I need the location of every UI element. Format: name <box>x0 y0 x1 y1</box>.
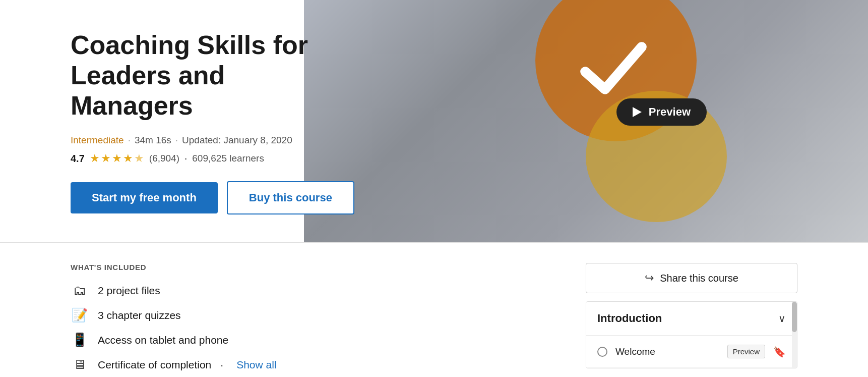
action-buttons: Start my free month Buy this course <box>71 181 343 214</box>
contents-item-title: Welcome <box>615 346 719 357</box>
hero-content: Coaching Skills for Leaders and Managers… <box>0 0 343 214</box>
bookmark-icon[interactable]: 🔖 <box>773 346 786 358</box>
contents-item-welcome: Welcome Preview 🔖 <box>586 336 797 368</box>
show-all-link[interactable]: Show all <box>236 359 276 371</box>
included-item-quizzes: 📝 3 chapter quizzes <box>71 307 555 323</box>
buy-course-button[interactable]: Buy this course <box>227 181 354 214</box>
star-half: ★ <box>134 152 144 165</box>
folder-icon: 🗂 <box>71 283 89 298</box>
whats-included-label: WHAT'S INCLUDED <box>71 263 555 272</box>
scrollbar-track <box>792 302 797 368</box>
start-free-month-button[interactable]: Start my free month <box>71 182 218 213</box>
share-course-button[interactable]: ↪ Share this course <box>586 263 797 293</box>
included-tablet-text: Access on tablet and phone <box>98 334 228 346</box>
chevron-down-icon: ∨ <box>778 312 786 325</box>
included-item-tablet: 📱 Access on tablet and phone <box>71 332 555 348</box>
star-4: ★ <box>123 152 133 165</box>
included-projects-text: 2 project files <box>98 285 160 297</box>
star-3: ★ <box>112 152 122 165</box>
play-icon <box>633 107 642 117</box>
scrollbar-thumb[interactable] <box>792 302 797 332</box>
star-rating: ★ ★ ★ ★ ★ <box>90 152 144 165</box>
course-updated: Updated: January 8, 2020 <box>182 135 292 146</box>
contents-title: Introduction <box>597 312 662 325</box>
contents-preview-label[interactable]: Preview <box>727 345 765 358</box>
course-duration: 34m 16s <box>135 135 171 146</box>
rating-count: (6,904) <box>149 153 179 164</box>
share-icon: ↪ <box>645 272 654 285</box>
radio-circle-icon <box>597 347 607 357</box>
whats-included-section: WHAT'S INCLUDED 🗂 2 project files 📝 3 ch… <box>71 263 555 377</box>
rating-row: 4.7 ★ ★ ★ ★ ★ (6,904) · 609,625 learners <box>71 152 343 165</box>
preview-label: Preview <box>649 105 691 119</box>
included-certificate-text: Certificate of completion <box>98 359 211 371</box>
included-item-certificate: 🖥 Certificate of completion · Show all <box>71 357 555 372</box>
contents-panel: Introduction ∨ Welcome Preview 🔖 <box>586 301 797 368</box>
learners-count: 609,625 learners <box>192 153 264 164</box>
star-2: ★ <box>101 152 111 165</box>
contents-header[interactable]: Introduction ∨ <box>586 302 797 336</box>
course-meta: Intermediate · 34m 16s · Updated: Januar… <box>71 135 343 146</box>
bottom-section: WHAT'S INCLUDED 🗂 2 project files 📝 3 ch… <box>0 242 868 377</box>
tablet-icon: 📱 <box>71 332 89 348</box>
preview-button[interactable]: Preview <box>616 98 707 126</box>
course-level: Intermediate <box>71 135 124 146</box>
right-panel: ↪ Share this course Introduction ∨ Welco… <box>586 263 797 377</box>
quiz-icon: 📝 <box>71 307 89 323</box>
hero-section: Preview Coaching Skills for Leaders and … <box>0 0 868 242</box>
share-label: Share this course <box>660 273 738 284</box>
star-1: ★ <box>90 152 100 165</box>
rating-number: 4.7 <box>71 153 85 165</box>
included-item-projects: 🗂 2 project files <box>71 283 555 298</box>
course-title: Coaching Skills for Leaders and Managers <box>71 30 343 121</box>
certificate-icon: 🖥 <box>71 357 89 372</box>
included-quizzes-text: 3 chapter quizzes <box>98 309 181 321</box>
